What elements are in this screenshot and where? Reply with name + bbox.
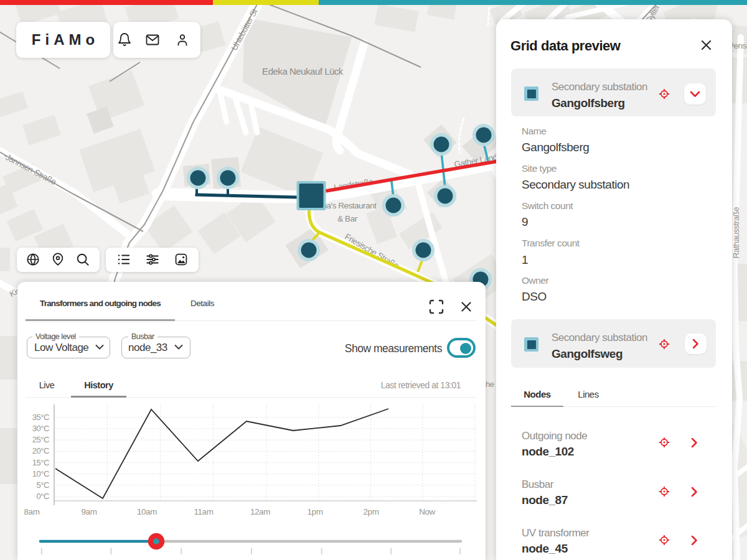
svg-text:1pm: 1pm	[308, 507, 323, 516]
svg-text:8am: 8am	[24, 507, 40, 516]
svg-text:10°C: 10°C	[32, 469, 49, 478]
svg-text:Edeka Neukauf Lück: Edeka Neukauf Lück	[262, 66, 344, 77]
svg-text:9am: 9am	[82, 507, 97, 516]
svg-text:& Bar: & Bar	[337, 214, 357, 223]
svg-text:Now: Now	[419, 507, 435, 516]
svg-text:Rathausstraße: Rathausstraße	[731, 207, 741, 258]
svg-text:12am: 12am	[250, 507, 270, 516]
svg-text:15°C: 15°C	[32, 458, 49, 467]
svg-text:he: he	[486, 380, 494, 389]
svg-text:25°C: 25°C	[32, 435, 49, 444]
svg-text:20°C: 20°C	[32, 446, 49, 455]
svg-text:10am: 10am	[137, 507, 157, 516]
svg-text:5°C: 5°C	[37, 480, 49, 490]
svg-text:0°C: 0°C	[37, 492, 49, 501]
svg-text:35°C: 35°C	[32, 413, 49, 422]
svg-text:30°C: 30°C	[32, 424, 49, 433]
svg-text:11am: 11am	[194, 507, 214, 516]
svg-text:2pm: 2pm	[364, 507, 379, 516]
svg-text:pa's Restaurant: pa's Restaurant	[322, 201, 377, 210]
